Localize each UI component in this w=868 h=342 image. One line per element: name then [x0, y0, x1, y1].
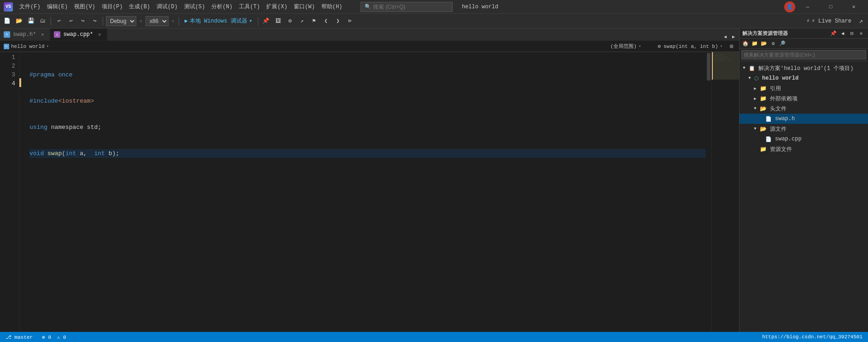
tab-scroll-left[interactable]: ◀ — [722, 33, 729, 41]
sidebar-folder2-icon[interactable]: 📂 — [760, 40, 768, 48]
tab-close-swap-cpp[interactable]: ✕ — [96, 31, 103, 38]
sidebar-search-input[interactable] — [741, 50, 866, 59]
status-url[interactable]: https://blog.csdn.net/qq_39274501 — [760, 334, 864, 340]
sidebar-settings-icon[interactable]: ⚙ — [769, 40, 777, 48]
menu-window[interactable]: 窗口(W) — [291, 2, 318, 12]
tree-resource-files[interactable]: 📁 资源文件 — [740, 144, 868, 154]
status-source-control[interactable]: ⎇ master — [4, 334, 35, 340]
live-share-icon: ⚡ — [806, 17, 810, 24]
minimize-button[interactable]: — — [797, 0, 818, 14]
tree-external-deps[interactable]: 📁 外部依赖项 — [740, 93, 868, 104]
divider-4 — [258, 17, 258, 25]
file-dropdown[interactable]: h hello world ▾ — [4, 44, 49, 49]
symbol-label: swap(int a, int b) — [664, 44, 718, 49]
tree-swap-h[interactable]: 📄 swap.h — [740, 114, 868, 124]
solution-expand-arrow — [741, 65, 747, 71]
token: ( — [62, 150, 65, 157]
cpp-file-icon: 📄 — [765, 136, 772, 142]
tab-close-swap-h[interactable]: ✕ — [39, 31, 46, 38]
maximize-button[interactable]: □ — [820, 0, 841, 14]
menu-tools[interactable]: 工具(T) — [236, 2, 263, 12]
run-dropdown-icon: ▾ — [249, 17, 252, 24]
editor-panel: h swap.h* ✕ C swap.cpp* ✕ ◀ ▶ — [0, 29, 739, 332]
source-files-label: 源文件 — [770, 125, 786, 133]
expand-editor-btn[interactable]: ⊞ — [728, 43, 735, 50]
tab-scroll-right[interactable]: ▶ — [730, 33, 737, 41]
status-errors[interactable]: ⊗ 0 ⚠ 0 — [40, 334, 68, 340]
toolbar-btn-4[interactable]: ↗ — [297, 16, 307, 26]
source-files-arrow — [752, 126, 758, 132]
token: int — [65, 150, 76, 157]
platform-dropdown[interactable]: x86 — [146, 16, 169, 26]
menu-view[interactable]: 视图(V) — [71, 2, 98, 12]
scope-arrow: ▾ — [639, 44, 641, 49]
resource-files-label: 资源文件 — [770, 145, 792, 153]
tree-project-helloworld[interactable]: ⬡ hello world — [740, 73, 868, 83]
toolbar-btn-7[interactable]: ❯ — [333, 16, 343, 26]
header-folder-icon: 📂 — [760, 105, 767, 112]
feedback-icon[interactable]: ↗ — [856, 16, 866, 26]
git-icon: ⎇ — [6, 335, 12, 340]
sidebar-filter-icon[interactable]: 🔎 — [778, 40, 786, 48]
new-file-btn[interactable]: 📄 — [2, 16, 12, 26]
tree-solution-root[interactable]: 📋 解决方案'hello world'(1 个项目) — [740, 63, 868, 73]
menu-analyze[interactable]: 分析(N) — [209, 2, 235, 12]
token: int — [94, 150, 105, 157]
menu-file[interactable]: 文件(F) — [17, 2, 43, 12]
tab-swap-cpp[interactable]: C swap.cpp* ✕ — [50, 29, 107, 41]
toolbar-btn-2[interactable]: 🖼 — [273, 16, 283, 26]
close-button[interactable]: ✕ — [843, 0, 864, 14]
redo-btn[interactable]: ↪ — [78, 16, 88, 26]
toolbar-btn-6[interactable]: ❮ — [321, 16, 331, 26]
search-input[interactable] — [373, 4, 447, 10]
toolbar-btn-1[interactable]: 📌 — [261, 16, 271, 26]
divider-1 — [51, 17, 51, 25]
run-debug-button[interactable]: ▶ 本地 Windows 调试器 ▾ — [182, 17, 255, 25]
config-dropdown[interactable]: Debug — [106, 16, 136, 26]
tree-references[interactable]: 📁 引用 — [740, 83, 868, 93]
undo-btn2[interactable]: ↩ — [66, 16, 76, 26]
save-all-btn[interactable]: 🗂 — [38, 16, 48, 26]
redo-btn2[interactable]: ↪ — [90, 16, 100, 26]
undo-btn[interactable]: ↩ — [54, 16, 64, 26]
open-btn[interactable]: 📂 — [14, 16, 24, 26]
symbol-dropdown[interactable]: ⚙ swap(int a, int b) ▾ — [658, 43, 722, 49]
menu-build[interactable]: 生成(B) — [126, 2, 153, 12]
sidebar-chevron-left[interactable]: ◀ — [839, 29, 847, 38]
menu-test[interactable]: 测试(S) — [181, 2, 208, 12]
token: void — [29, 150, 44, 157]
sidebar-expand-icon[interactable]: ⊟ — [848, 29, 856, 38]
toolbar-btn-5[interactable]: ⚑ — [309, 16, 319, 26]
sidebar-folder-icon[interactable]: 📁 — [751, 40, 759, 48]
menu-help[interactable]: 帮助(H) — [319, 2, 345, 12]
tab-label-swap-h: swap.h* — [13, 31, 36, 38]
menu-project[interactable]: 项目(P) — [99, 2, 126, 12]
tree-header-files[interactable]: 📂 头文件 — [740, 104, 868, 114]
sidebar-close-icon[interactable]: ✕ — [857, 29, 865, 38]
menu-debug[interactable]: 调试(D) — [154, 2, 181, 12]
status-bar-left: ⎇ master ⊗ 0 ⚠ 0 — [4, 334, 68, 340]
tab-icon-cpp: C — [54, 31, 60, 38]
code-content[interactable]: #pragma once #include<iostream> using na… — [22, 52, 706, 332]
scope-dropdown[interactable]: (全局范围) ▾ — [611, 43, 641, 50]
sidebar-home-icon[interactable]: 🏠 — [741, 40, 750, 48]
search-box[interactable]: 🔍 — [361, 2, 453, 12]
toolbar-btn-8[interactable]: ⊳ — [345, 16, 355, 26]
sidebar-pin-icon[interactable]: 📌 — [829, 29, 838, 38]
token: std — [87, 124, 98, 131]
tree-source-files[interactable]: 📂 源文件 — [740, 124, 868, 134]
indicator-column — [19, 52, 22, 332]
references-icon: 📁 — [760, 85, 767, 92]
tab-swap-h[interactable]: h swap.h* ✕ — [0, 29, 50, 41]
save-btn[interactable]: 💾 — [26, 16, 36, 26]
vertical-scrollbar[interactable] — [706, 52, 711, 332]
tree-swap-cpp[interactable]: 📄 swap.cpp — [740, 134, 868, 144]
status-bar-right: https://blog.csdn.net/qq_39274501 — [760, 334, 864, 340]
user-avatar[interactable]: 👤 — [784, 1, 795, 12]
toolbar-btn-3[interactable]: ⚙ — [285, 16, 295, 26]
menu-edit[interactable]: 编辑(E) — [44, 2, 71, 12]
token: using — [29, 124, 47, 131]
live-share-button[interactable]: ⚡ ⚡ Live Share — [804, 17, 854, 24]
scrollbar-thumb[interactable] — [707, 53, 711, 81]
menu-extensions[interactable]: 扩展(X) — [263, 2, 290, 12]
